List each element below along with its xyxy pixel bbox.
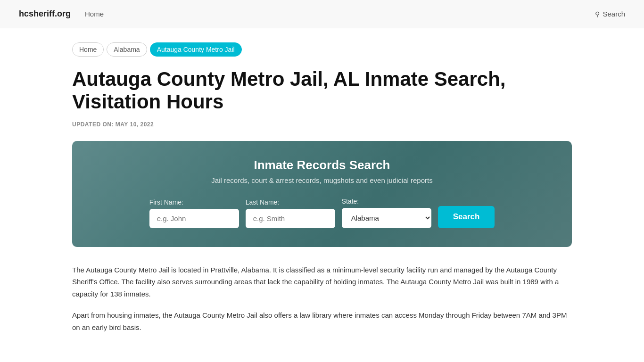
last-name-label: Last Name: bbox=[246, 198, 280, 206]
site-logo[interactable]: hcsheriff.org bbox=[19, 9, 71, 19]
first-name-input[interactable] bbox=[149, 209, 239, 228]
header-search[interactable]: ⚲ Search bbox=[595, 10, 625, 18]
main-content: Home Alabama Autauga County Metro Jail A… bbox=[53, 28, 591, 357]
last-name-group: Last Name: bbox=[246, 198, 335, 228]
updated-date: UPDATED ON: MAY 10, 2022 bbox=[72, 121, 572, 128]
breadcrumb: Home Alabama Autauga County Metro Jail bbox=[72, 42, 572, 57]
search-fields: First Name: Last Name: State: Alabama Al… bbox=[91, 197, 553, 228]
last-name-input[interactable] bbox=[246, 209, 335, 228]
search-box-title: Inmate Records Search bbox=[91, 158, 553, 173]
state-group: State: Alabama Alaska Arizona Arkansas C… bbox=[342, 197, 431, 228]
first-name-group: First Name: bbox=[149, 198, 239, 228]
first-name-label: First Name: bbox=[149, 198, 183, 206]
search-button[interactable]: Search bbox=[438, 206, 495, 228]
breadcrumb-alabama[interactable]: Alabama bbox=[107, 42, 147, 57]
site-header: hcsheriff.org Home ⚲ Search bbox=[0, 0, 644, 28]
body-paragraph-2: Apart from housing inmates, the Autauga … bbox=[72, 309, 572, 333]
breadcrumb-home[interactable]: Home bbox=[72, 42, 104, 57]
search-box-subtitle: Jail records, court & arrest records, mu… bbox=[91, 176, 553, 184]
state-select[interactable]: Alabama Alaska Arizona Arkansas Californ… bbox=[342, 208, 431, 228]
updated-prefix: UPDATED ON: bbox=[72, 121, 114, 128]
search-icon: ⚲ bbox=[595, 10, 600, 18]
inmate-search-box: Inmate Records Search Jail records, cour… bbox=[72, 141, 572, 247]
header-search-label[interactable]: Search bbox=[603, 10, 625, 18]
breadcrumb-current[interactable]: Autauga County Metro Jail bbox=[150, 42, 242, 57]
state-label: State: bbox=[342, 197, 359, 205]
updated-date-value: MAY 10, 2022 bbox=[116, 121, 154, 128]
page-title: Autauga County Metro Jail, AL Inmate Sea… bbox=[72, 68, 572, 114]
body-paragraph-1: The Autauga County Metro Jail is located… bbox=[72, 264, 572, 300]
header-left: hcsheriff.org Home bbox=[19, 9, 104, 19]
nav-home-link[interactable]: Home bbox=[85, 10, 104, 18]
